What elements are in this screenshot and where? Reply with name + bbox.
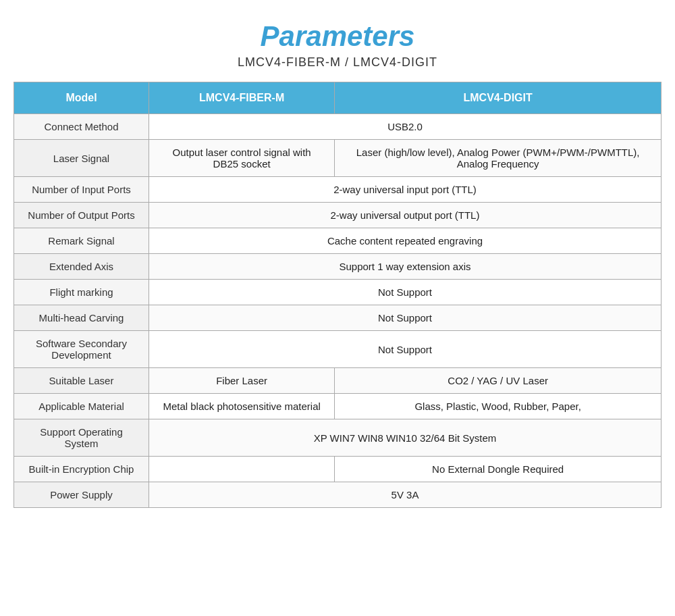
table-row: Software Secondary DevelopmentNot Suppor… [14, 331, 662, 368]
row-label: Power Supply [14, 482, 149, 508]
row-label: Suitable Laser [14, 368, 149, 394]
col-header-model: Model [14, 82, 149, 114]
row-label: Connect Method [14, 114, 149, 140]
table-row: Extended AxisSupport 1 way extension axi… [14, 254, 662, 280]
page-title: Parameters [261, 20, 415, 53]
table-row: Connect MethodUSB2.0 [14, 114, 662, 140]
page-subtitle: LMCV4-FIBER-M / LMCV4-DIGIT [238, 55, 437, 70]
table-row: Number of Input Ports2-way universal inp… [14, 177, 662, 203]
row-label: Number of Output Ports [14, 203, 149, 228]
row-label: Applicable Material [14, 394, 149, 419]
row-label: Laser Signal [14, 140, 149, 177]
row-value-colspan: Support 1 way extension axis [149, 254, 662, 280]
row-value-col2: Laser (high/low level), Analog Power (PW… [335, 140, 662, 177]
col-header-fiber: LMCV4-FIBER-M [149, 82, 335, 114]
row-value-col2: No External Dongle Required [335, 457, 662, 482]
row-label: Flight marking [14, 280, 149, 305]
row-value-col1: Output laser control signal with DB25 so… [149, 140, 335, 177]
table-row: Multi-head CarvingNot Support [14, 305, 662, 331]
row-label: Built-in Encryption Chip [14, 457, 149, 482]
table-row: Support Operating SystemXP WIN7 WIN8 WIN… [14, 419, 662, 457]
row-value-col2: Glass, Plastic, Wood, Rubber, Paper, [335, 394, 662, 419]
row-value-colspan: Not Support [149, 305, 662, 331]
table-row: Number of Output Ports2-way universal ou… [14, 203, 662, 228]
table-row: Power Supply5V 3A [14, 482, 662, 508]
col-header-digit: LMCV4-DIGIT [335, 82, 662, 114]
row-value-colspan: Not Support [149, 280, 662, 305]
table-row: Flight markingNot Support [14, 280, 662, 305]
row-label: Extended Axis [14, 254, 149, 280]
row-value-colspan: 2-way universal input port (TTL) [149, 177, 662, 203]
row-value-col2: CO2 / YAG / UV Laser [335, 368, 662, 394]
row-value-colspan: USB2.0 [149, 114, 662, 140]
row-label: Remark Signal [14, 228, 149, 254]
row-value-colspan: Not Support [149, 331, 662, 368]
row-label: Multi-head Carving [14, 305, 149, 331]
row-value-col1 [149, 457, 335, 482]
table-row: Laser SignalOutput laser control signal … [14, 140, 662, 177]
row-value-col1: Metal black photosensitive material [149, 394, 335, 419]
row-value-colspan: Cache content repeated engraving [149, 228, 662, 254]
row-label: Number of Input Ports [14, 177, 149, 203]
table-row: Built-in Encryption ChipNo External Dong… [14, 457, 662, 482]
parameters-table: Model LMCV4-FIBER-M LMCV4-DIGIT Connect … [14, 82, 662, 508]
row-label: Software Secondary Development [14, 331, 149, 368]
row-label: Support Operating System [14, 419, 149, 457]
table-row: Suitable LaserFiber LaserCO2 / YAG / UV … [14, 368, 662, 394]
row-value-colspan: XP WIN7 WIN8 WIN10 32/64 Bit System [149, 419, 662, 457]
table-row: Remark SignalCache content repeated engr… [14, 228, 662, 254]
row-value-colspan: 5V 3A [149, 482, 662, 508]
row-value-col1: Fiber Laser [149, 368, 335, 394]
row-value-colspan: 2-way universal output port (TTL) [149, 203, 662, 228]
table-row: Applicable MaterialMetal black photosens… [14, 394, 662, 419]
